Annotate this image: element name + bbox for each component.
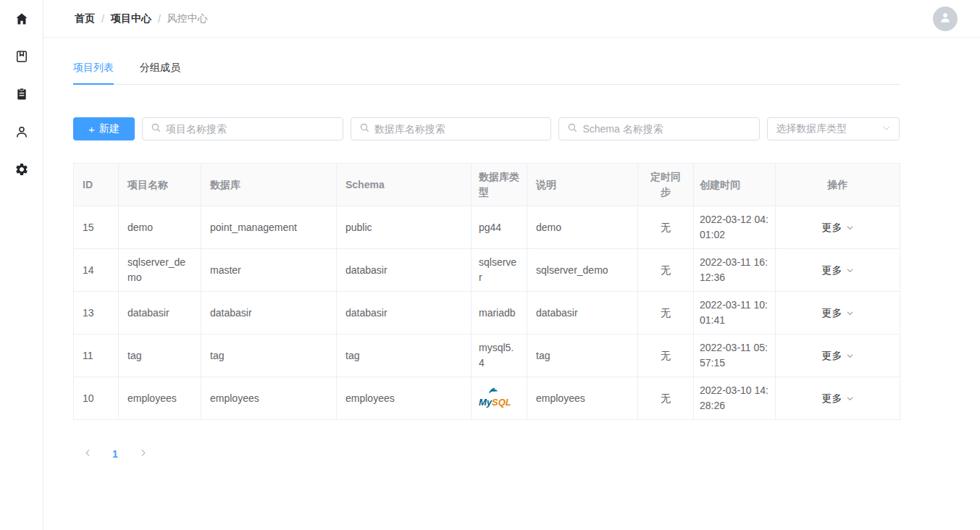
cell-schema: databasir <box>337 249 472 292</box>
page-number-button[interactable]: 1 <box>104 442 127 466</box>
more-label: 更多 <box>822 222 842 235</box>
chevron-left-icon <box>83 448 93 460</box>
user-icon <box>14 125 29 139</box>
more-label: 更多 <box>822 392 842 405</box>
cell-database: point_management <box>201 206 337 249</box>
sidebar-item-members[interactable] <box>0 113 43 151</box>
sidebar-item-docs[interactable] <box>0 38 43 75</box>
cell-actions: 更多 <box>776 206 900 249</box>
chevron-down-icon <box>882 122 891 135</box>
tab-project-list[interactable]: 项目列表 <box>73 62 114 84</box>
cell-id: 13 <box>74 292 119 335</box>
cell-db_type: MySQL <box>472 377 527 420</box>
cell-created_at: 2022-03-11 16:12:36 <box>694 249 776 292</box>
table-body: 15demopoint_managementpublicpg44demo无202… <box>74 206 900 420</box>
cell-sync: 无 <box>638 249 694 292</box>
row-more-dropdown[interactable]: 更多 <box>822 350 854 363</box>
main-area: 首页/项目中心/风控中心 项目列表分组成员 + 新建 <box>43 0 980 530</box>
breadcrumb-separator: / <box>101 13 104 25</box>
sidebar-item-projects[interactable] <box>0 75 43 113</box>
more-label: 更多 <box>822 264 842 277</box>
db-type-select[interactable]: 选择数据库类型 <box>767 117 900 140</box>
table-header-row: ID项目名称数据库Schema数据库类型说明定时同步创建时间操作 <box>74 164 900 206</box>
row-more-dropdown[interactable]: 更多 <box>822 264 854 277</box>
breadcrumb: 首页/项目中心/风控中心 <box>75 12 208 25</box>
cell-created_at: 2022-03-10 14:28:26 <box>694 377 776 420</box>
cell-sync: 无 <box>638 206 694 249</box>
topbar: 首页/项目中心/风控中心 <box>43 0 980 38</box>
row-more-dropdown[interactable]: 更多 <box>822 307 854 320</box>
column-header: Schema <box>337 164 472 206</box>
chevron-down-icon <box>846 350 854 362</box>
table-row: 11tagtagtagmysql5.4tag无2022-03-11 05:57:… <box>74 335 900 377</box>
column-header: 操作 <box>776 164 900 206</box>
column-header: ID <box>74 164 119 206</box>
cell-actions: 更多 <box>776 249 900 292</box>
cell-created_at: 2022-03-12 04:01:02 <box>694 206 776 249</box>
app-window: 首页/项目中心/风控中心 项目列表分组成员 + 新建 <box>0 0 980 530</box>
search-icon <box>359 122 369 135</box>
cell-description: employees <box>527 377 638 420</box>
content: 项目列表分组成员 + 新建 <box>43 62 900 466</box>
cell-db_type: mariadb <box>472 292 527 335</box>
column-header: 数据库类型 <box>472 164 527 206</box>
cell-name: tag <box>119 335 201 377</box>
prev-page-button[interactable] <box>76 442 99 466</box>
cell-schema: databasir <box>337 292 472 335</box>
cell-created_at: 2022-03-11 10:01:41 <box>694 292 776 335</box>
projects-table: ID项目名称数据库Schema数据库类型说明定时同步创建时间操作 15demop… <box>73 163 900 420</box>
cell-name: sqlserver_demo <box>119 249 201 292</box>
cell-id: 10 <box>74 377 119 420</box>
sidebar-item-settings[interactable] <box>0 151 43 188</box>
column-header: 创建时间 <box>694 164 776 206</box>
cell-description: databasir <box>527 292 638 335</box>
tab-group-members[interactable]: 分组成员 <box>140 62 180 84</box>
user-avatar[interactable] <box>933 7 958 31</box>
cell-description: tag <box>527 335 638 377</box>
mysql-logo-icon: MySQL <box>479 387 511 410</box>
project-search-input[interactable] <box>166 123 335 135</box>
clipboard-icon <box>14 87 29 101</box>
cell-db_type: pg44 <box>472 206 527 249</box>
tab-bar: 项目列表分组成员 <box>73 62 900 85</box>
row-more-dropdown[interactable]: 更多 <box>822 392 854 405</box>
cell-sync: 无 <box>638 335 694 377</box>
schema-search-box <box>558 117 760 140</box>
cell-schema: employees <box>337 377 472 420</box>
cell-name: demo <box>119 206 201 249</box>
column-header: 说明 <box>527 164 638 206</box>
cell-sync: 无 <box>638 292 694 335</box>
breadcrumb-item[interactable]: 项目中心 <box>111 12 151 25</box>
cell-database: employees <box>201 377 337 420</box>
cell-description: demo <box>527 206 638 249</box>
breadcrumb-item: 风控中心 <box>167 12 208 25</box>
cell-name: databasir <box>119 292 201 335</box>
cell-actions: 更多 <box>776 292 900 335</box>
new-project-button[interactable]: + 新建 <box>73 117 135 140</box>
cell-actions: 更多 <box>776 377 900 420</box>
database-search-input[interactable] <box>374 123 543 135</box>
cell-id: 14 <box>74 249 119 292</box>
more-label: 更多 <box>822 350 842 363</box>
sidebar <box>0 0 43 530</box>
breadcrumb-separator: / <box>158 13 161 25</box>
cell-database: master <box>201 249 337 292</box>
cell-name: employees <box>119 377 201 420</box>
row-more-dropdown[interactable]: 更多 <box>822 222 854 235</box>
schema-search-input[interactable] <box>582 123 751 135</box>
chevron-down-icon <box>846 393 854 405</box>
table-row: 13databasirdatabasirdatabasirmariadbdata… <box>74 292 900 335</box>
cell-created_at: 2022-03-11 05:57:15 <box>694 335 776 377</box>
search-icon <box>151 122 161 135</box>
settings-icon <box>14 162 29 177</box>
table-row: 14sqlserver_demomasterdatabasirsqlserver… <box>74 249 900 292</box>
sidebar-item-home[interactable] <box>0 0 43 38</box>
search-icon <box>567 122 577 135</box>
table-row: 15demopoint_managementpublicpg44demo无202… <box>74 206 900 249</box>
user-icon <box>938 10 952 28</box>
breadcrumb-item[interactable]: 首页 <box>75 12 95 25</box>
pagination: 1 <box>73 442 900 466</box>
next-page-button[interactable] <box>131 442 154 466</box>
column-header: 项目名称 <box>119 164 201 206</box>
column-header: 数据库 <box>201 164 337 206</box>
